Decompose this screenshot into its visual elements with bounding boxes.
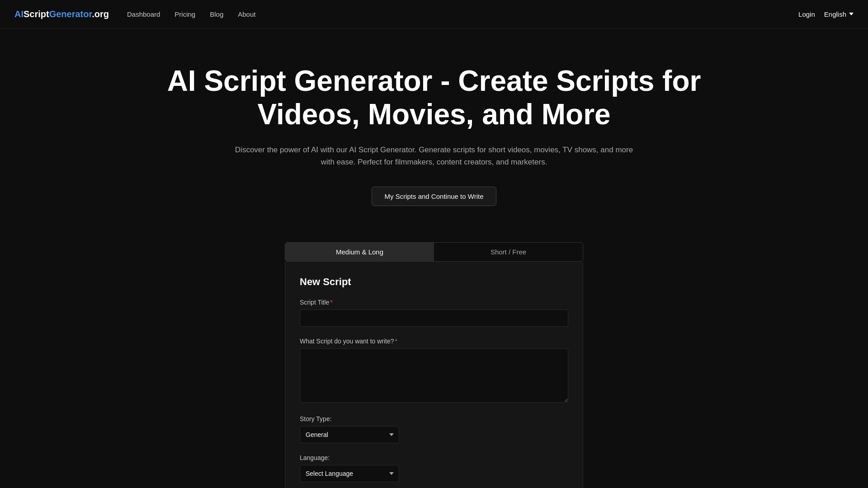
logo-ai: AI: [14, 9, 24, 19]
language-group: Language: Select Language English Spanis…: [300, 454, 568, 482]
required-star: *: [330, 299, 332, 306]
form-title: New Script: [300, 276, 568, 288]
chevron-down-icon: [849, 13, 854, 15]
language-select[interactable]: Select Language English Spanish French G…: [300, 465, 399, 482]
my-scripts-button[interactable]: My Scripts and Continue to Write: [372, 187, 497, 206]
language-selector[interactable]: English: [824, 10, 854, 18]
logo-script: Script: [24, 9, 49, 19]
login-link[interactable]: Login: [798, 10, 815, 18]
language-label: Language:: [300, 454, 568, 461]
tabs: Medium & Long Short / Free: [285, 242, 583, 262]
hero-section: AI Script Generator - Create Scripts for…: [0, 28, 868, 233]
hero-title: AI Script Generator - Create Scripts for…: [118, 65, 750, 131]
form-card: New Script Script Title* What Script do …: [285, 262, 583, 488]
site-logo[interactable]: AIScriptGenerator.org: [14, 9, 109, 19]
logo-org: .org: [92, 9, 109, 19]
nav-blog[interactable]: Blog: [210, 10, 223, 18]
form-section: Medium & Long Short / Free New Script Sc…: [285, 242, 583, 488]
story-type-group: Story Type: General Drama Comedy Horror …: [300, 415, 568, 443]
navbar: AIScriptGenerator.org Dashboard Pricing …: [0, 0, 868, 28]
story-type-label: Story Type:: [300, 415, 568, 422]
language-label: English: [824, 10, 846, 18]
script-title-group: Script Title*: [300, 299, 568, 327]
nav-pricing[interactable]: Pricing: [175, 10, 195, 18]
tab-short-free[interactable]: Short / Free: [434, 243, 583, 261]
story-type-wrapper: General Drama Comedy Horror Sci-Fi Roman…: [300, 426, 399, 443]
hero-subtitle: Discover the power of AI with our AI Scr…: [231, 144, 637, 168]
nav-about[interactable]: About: [238, 10, 255, 18]
nav-right: Login English: [798, 10, 854, 18]
script-description-textarea[interactable]: [300, 348, 568, 403]
script-description-label: What Script do you want to write?*: [300, 338, 568, 345]
tab-medium-long[interactable]: Medium & Long: [285, 243, 434, 261]
language-wrapper: Select Language English Spanish French G…: [300, 465, 399, 482]
story-type-select[interactable]: General Drama Comedy Horror Sci-Fi Roman…: [300, 426, 399, 443]
script-description-group: What Script do you want to write?*: [300, 338, 568, 404]
logo-generator: Generator: [49, 9, 92, 19]
nav-links: Dashboard Pricing Blog About: [127, 10, 854, 18]
nav-dashboard[interactable]: Dashboard: [127, 10, 160, 18]
script-title-label: Script Title*: [300, 299, 568, 306]
required-star-2: *: [395, 338, 397, 345]
script-title-input[interactable]: [300, 310, 568, 327]
